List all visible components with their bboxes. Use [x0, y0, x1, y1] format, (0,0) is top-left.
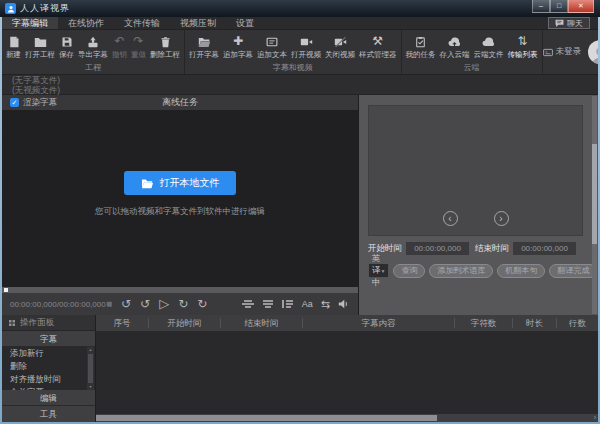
offline-tasks-title: 离线任务 [2, 96, 358, 109]
new-project-button[interactable]: 新建 [4, 34, 23, 60]
open-video-button[interactable]: 打开视频 [289, 34, 323, 60]
minimize-button[interactable]: – [532, 0, 550, 13]
toolbar-group-project: 新建 打开工程 保存 导出字幕 ↶ [2, 30, 185, 74]
col-subtitle-content: 字幕内容 [302, 318, 454, 328]
op-merge-subtitle[interactable]: 合并字幕 [2, 386, 95, 390]
subtitle-table: 序号 开始时间 结束时间 字幕内容 字符数 时长 行数 › [95, 315, 598, 422]
video-preview-area: 打开本地文件 您可以拖动视频和字幕文件到软件中进行编辑 [2, 110, 358, 287]
translation-done-button[interactable]: 翻译完成 [549, 264, 597, 278]
scroll-down-icon[interactable]: ▼ [89, 385, 92, 389]
window-title: 人人译视界 [20, 2, 70, 15]
forward-1s-icon[interactable]: ↻ [178, 298, 188, 310]
image-preview-box: ‹ › [368, 105, 583, 236]
save-button[interactable]: 保存 [57, 34, 76, 60]
swap-arrows-icon[interactable]: ⇆ [321, 298, 330, 311]
subtitle-file-status: (无字幕文件) [12, 76, 598, 86]
append-text-button[interactable]: 追加文本 [255, 34, 289, 60]
style-manager-button[interactable]: ⚒ 样式管理器 [357, 34, 399, 60]
section-tools[interactable]: 工具 [2, 406, 95, 422]
append-subtitle-button[interactable]: ✚ 追加字幕 [221, 34, 255, 60]
next-button[interactable]: › [494, 211, 509, 226]
section-subtitle[interactable]: 字幕 [2, 331, 95, 347]
vertical-scrollbar[interactable] [592, 96, 597, 314]
transfer-list-button[interactable]: ⇅ 传输列表 [506, 34, 540, 60]
volume-icon[interactable] [338, 299, 349, 309]
operation-panel-title: 操作面板 [20, 317, 54, 329]
language-select[interactable]: 英译中 ▼ [368, 263, 389, 278]
query-button[interactable]: 查询 [393, 264, 425, 278]
col-end-time: 结束时间 [220, 318, 302, 328]
avatar[interactable] [588, 40, 598, 64]
open-subtitle-button[interactable]: 打开字幕 [187, 34, 221, 60]
login-status[interactable]: 未登录 [543, 46, 582, 58]
rewind-1s-icon[interactable]: ↺ [140, 298, 150, 310]
operation-list-scrollbar[interactable]: ▲ ▼ [87, 347, 94, 390]
close-button[interactable]: ✕ [568, 0, 594, 13]
toolbar: 新建 打开工程 保存 导出字幕 ↶ [2, 30, 598, 75]
open-project-button[interactable]: 打开工程 [23, 34, 57, 60]
trash-icon [160, 34, 171, 49]
undo-button[interactable]: ↶ 撤销 [110, 34, 129, 60]
scroll-right-icon[interactable]: › [594, 414, 596, 422]
playback-controls: 00:00:00,000/00:00:00,000 ■ ↺ ↺ ▷ ↻ ↻ Aa [2, 293, 358, 315]
save-to-cloud-button[interactable]: 存入云端 [438, 34, 472, 60]
operation-scrollbar-thumb[interactable] [88, 354, 93, 383]
video-camera-icon [300, 34, 313, 49]
end-time-field[interactable]: 00:00:00,000 [513, 242, 576, 255]
scroll-up-icon[interactable]: ▲ [89, 348, 92, 352]
vertical-scrollbar-thumb[interactable] [592, 144, 597, 244]
op-align-play-time[interactable]: 对齐播放时间 [2, 373, 95, 386]
open-local-file-button[interactable]: 打开本地文件 [124, 171, 236, 195]
start-time-field[interactable]: 00:00:00,000 [406, 242, 469, 255]
floppy-disk-icon [61, 34, 73, 49]
redo-icon: ↷ [133, 34, 143, 49]
list-icon[interactable] [282, 299, 294, 309]
prev-button[interactable]: ‹ [443, 211, 458, 226]
delete-project-button[interactable]: 删除工程 [148, 34, 182, 60]
chat-bubble-icon [555, 19, 564, 27]
menu-file-transfer[interactable]: 文件传输 [114, 17, 170, 29]
stop-icon[interactable]: ■ [106, 298, 112, 310]
rewind-5s-icon[interactable]: ↺ [121, 298, 131, 310]
menu-online-collab[interactable]: 在线协作 [58, 17, 114, 29]
menu-settings[interactable]: 设置 [226, 17, 264, 29]
menu-bar: 字幕编辑 在线协作 文件传输 视频压制 设置 聊天 [2, 17, 598, 30]
align-justify-icon[interactable] [262, 299, 274, 309]
op-add-new-line[interactable]: 添加新行 [2, 347, 95, 360]
maximize-button[interactable]: □ [550, 0, 568, 13]
render-bar: ✓ 渲染字幕 离线任务 [2, 95, 358, 110]
section-edit[interactable]: 编辑 [2, 390, 95, 406]
cloud-upload-icon [448, 34, 461, 49]
horizontal-scrollbar-thumb[interactable] [96, 415, 437, 421]
seek-bar[interactable] [2, 287, 358, 293]
seek-handle[interactable] [4, 288, 8, 292]
translate-panel: ‹ › 开始时间 00:00:00,000 结束时间 00:00:00,000 … [358, 95, 598, 315]
redo-button[interactable]: ↷ 重做 [129, 34, 148, 60]
tools-icon: ⚒ [372, 34, 383, 49]
operation-list: 添加新行 删除 对齐播放时间 合并字幕 ▲ ▼ [2, 347, 95, 390]
add-to-termbase-button[interactable]: 添加到术语库 [429, 264, 493, 278]
align-center-icon[interactable] [242, 299, 254, 309]
menu-video-encode[interactable]: 视频压制 [170, 17, 226, 29]
plus-icon: ✚ [233, 34, 243, 49]
horizontal-scrollbar[interactable]: › [96, 414, 598, 422]
my-tasks-button[interactable]: 我的任务 [404, 34, 438, 60]
toolbar-group-subtitle-video: 打开字幕 ✚ 追加字幕 追加文本 打开视频 [185, 30, 402, 74]
machine-translate-button[interactable]: 机翻本句 [497, 264, 545, 278]
operation-panel: 操作面板 字幕 添加新行 删除 对齐播放时间 合并字幕 ▲ ▼ 编辑 工具 [2, 315, 95, 422]
video-off-icon [334, 34, 347, 49]
col-duration: 时长 [512, 318, 556, 328]
chat-button[interactable]: 聊天 [548, 17, 590, 29]
undo-icon: ↶ [114, 34, 124, 49]
cloud-files-button[interactable]: 云端文件 [472, 34, 506, 60]
close-video-button[interactable]: 关闭视频 [323, 34, 357, 60]
toolbar-group-label-cloud: 云端 [402, 63, 542, 74]
forward-5s-icon[interactable]: ↻ [197, 298, 207, 310]
op-delete[interactable]: 删除 [2, 360, 95, 373]
font-size-icon[interactable]: Aa [302, 299, 313, 309]
export-subtitle-button[interactable]: 导出字幕 [76, 34, 110, 60]
subtitle-table-header: 序号 开始时间 结束时间 字幕内容 字符数 时长 行数 [96, 315, 598, 331]
export-icon [87, 34, 99, 49]
play-icon[interactable]: ▷ [159, 298, 169, 310]
menu-subtitle-edit[interactable]: 字幕编辑 [2, 17, 58, 29]
